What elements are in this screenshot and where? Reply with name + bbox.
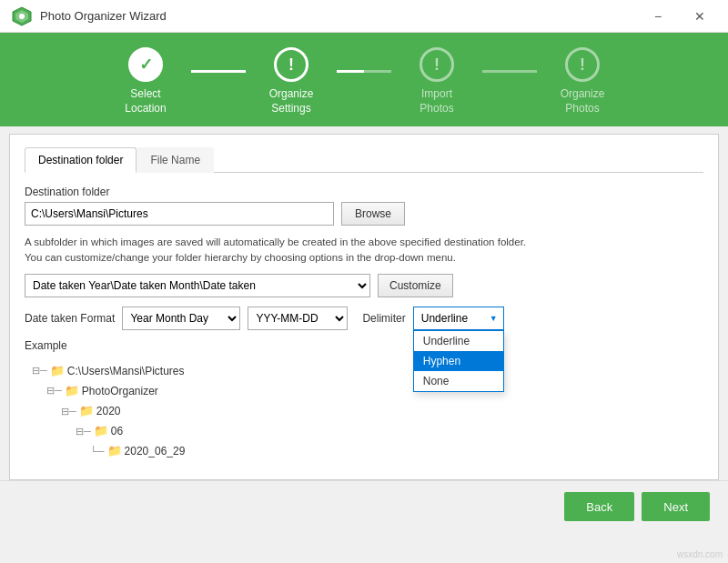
- main-panel: Destination folder File Name Destination…: [9, 134, 719, 480]
- folder-hierarchy-select[interactable]: Date taken Year\Date taken Month\Date ta…: [25, 274, 370, 297]
- title-bar-left: Photo Organizer Wizard: [11, 5, 167, 27]
- connector-1: [191, 70, 246, 73]
- tree-connector-0: ⊟─: [32, 362, 47, 379]
- step-select-location: ✓ SelectLocation: [100, 47, 191, 116]
- delimiter-dropdown-menu: Underline Hyphen None: [413, 330, 504, 392]
- tree-row-2: ⊟─ 📁 2020: [32, 401, 696, 421]
- wizard-header: ✓ SelectLocation ! OrganizeSettings ! Im…: [0, 33, 728, 126]
- destination-folder-section: Destination folder Browse: [25, 186, 703, 226]
- folder-icon-1: 📁: [65, 381, 79, 401]
- title-bar: Photo Organizer Wizard − ✕: [0, 0, 728, 33]
- delimiter-select-button[interactable]: Underline ▼: [413, 307, 504, 330]
- tree-connector-2: ⊟─: [61, 403, 76, 420]
- folder-icon-3: 📁: [94, 421, 108, 441]
- folder-hierarchy-row: Date taken Year\Date taken Month\Date ta…: [25, 274, 703, 297]
- destination-folder-row: Browse: [25, 202, 703, 226]
- tree-row-0: ⊟─ 📁 C:\Users\Mansi\Pictures: [32, 361, 696, 381]
- delimiter-label: Delimiter: [362, 312, 405, 325]
- step-label-3: ImportPhotos: [420, 87, 453, 116]
- browse-button[interactable]: Browse: [341, 202, 405, 226]
- tab-file-name[interactable]: File Name: [136, 147, 214, 173]
- step-import-photos: ! ImportPhotos: [391, 47, 482, 116]
- folder-icon-0: 📁: [50, 361, 65, 381]
- step-label-1: SelectLocation: [125, 87, 166, 116]
- step-organize-photos: ! OrganizePhotos: [537, 47, 628, 116]
- step-label-2: OrganizeSettings: [269, 87, 314, 116]
- folder-icon-2: 📁: [79, 401, 94, 421]
- next-button[interactable]: Next: [642, 492, 710, 521]
- delimiter-option-none[interactable]: None: [414, 371, 503, 391]
- delimiter-arrow-icon: ▼: [490, 314, 498, 323]
- tree-text-0: C:\Users\Mansi\Pictures: [67, 362, 185, 380]
- example-label: Example: [25, 339, 703, 352]
- folder-icon-4: 📁: [107, 441, 122, 461]
- step-label-4: OrganizePhotos: [561, 87, 605, 116]
- delimiter-selected-value: Underline: [421, 312, 468, 325]
- app-icon: [11, 5, 33, 27]
- customize-button[interactable]: Customize: [378, 274, 453, 297]
- svg-point-2: [19, 14, 25, 19]
- tree-row-4: └─ 📁 2020_06_29: [32, 441, 696, 461]
- tree-connector-1: ⊟─: [46, 382, 62, 399]
- date-format-label: Date taken Format: [25, 312, 115, 325]
- tab-destination-folder[interactable]: Destination folder: [25, 147, 136, 173]
- step-circle-4: !: [565, 47, 600, 82]
- tree-text-4: 2020_06_29: [125, 442, 186, 460]
- tree-text-3: 06: [111, 422, 123, 440]
- delimiter-option-hyphen[interactable]: Hyphen: [414, 351, 503, 371]
- destination-folder-input[interactable]: [25, 202, 334, 226]
- step-circle-1: ✓: [128, 47, 163, 82]
- format-row: Date taken Format Year Month Day Month D…: [25, 307, 703, 330]
- tree-text-1: PhotoOrganizer: [82, 382, 158, 400]
- tabs: Destination folder File Name: [25, 147, 703, 173]
- tree-text-2: 2020: [96, 402, 121, 420]
- delimiter-option-underline[interactable]: Underline: [414, 331, 503, 351]
- step-circle-2: !: [274, 47, 308, 82]
- watermark: wsxdn.com: [677, 549, 723, 559]
- tree-row-3: ⊟─ 📁 06: [32, 421, 696, 441]
- date-format-select[interactable]: Year Month Day Month Day Year Day Month …: [122, 307, 240, 330]
- connector-2: [337, 70, 391, 73]
- example-section: Example ⊟─ 📁 C:\Users\Mansi\Pictures ⊟─ …: [25, 339, 703, 467]
- tree-connector-3: ⊟─: [76, 423, 91, 440]
- tree-row-1: ⊟─ 📁 PhotoOrganizer: [32, 381, 696, 401]
- file-tree: ⊟─ 📁 C:\Users\Mansi\Pictures ⊟─ 📁 PhotoO…: [25, 356, 703, 467]
- bottom-bar: Back Next: [0, 480, 728, 532]
- info-text: A subfolder in which images are saved wi…: [25, 235, 703, 266]
- step-circle-3: !: [420, 47, 454, 82]
- delimiter-dropdown[interactable]: Underline ▼ Underline Hyphen None: [413, 307, 504, 330]
- destination-folder-label: Destination folder: [25, 186, 703, 198]
- minimize-button[interactable]: −: [637, 3, 679, 30]
- back-button[interactable]: Back: [564, 492, 634, 521]
- tree-connector-4: └─: [90, 443, 105, 460]
- app-title: Photo Organizer Wizard: [40, 9, 167, 23]
- connector-3: [482, 70, 537, 73]
- wizard-steps: ✓ SelectLocation ! OrganizeSettings ! Im…: [100, 47, 628, 116]
- date-pattern-select[interactable]: YYY-MM-DD MM-DD-YYYY DD-MM-YYYY: [248, 307, 348, 330]
- window-controls: − ✕: [637, 3, 721, 30]
- close-button[interactable]: ✕: [679, 3, 721, 30]
- step-organize-settings: ! OrganizeSettings: [246, 47, 337, 116]
